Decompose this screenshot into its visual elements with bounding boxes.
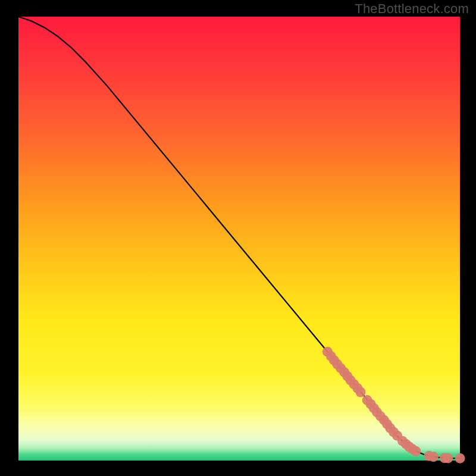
data-point: [428, 452, 439, 462]
data-point: [411, 446, 421, 456]
chart-frame: TheBottleneck.com: [0, 0, 476, 476]
data-point: [356, 387, 366, 397]
chart-canvas: [0, 0, 476, 476]
attribution-label: TheBottleneck.com: [355, 1, 469, 17]
plot-background: [18, 17, 460, 461]
data-point: [443, 453, 453, 464]
data-point: [455, 453, 465, 464]
